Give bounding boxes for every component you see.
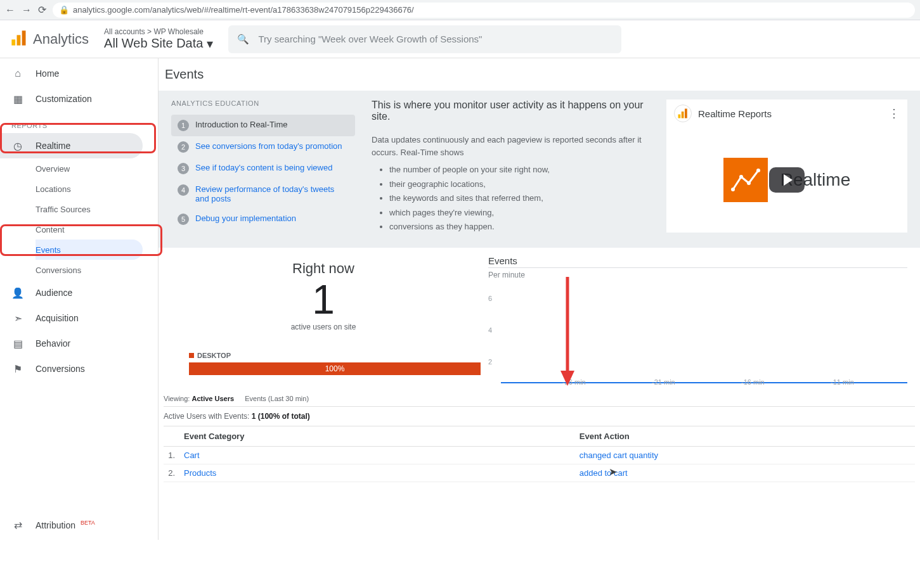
play-icon[interactable]: [769, 167, 805, 193]
edu-step-2[interactable]: 2See conversions from today's promotion: [171, 136, 355, 158]
y-tick: 6: [488, 295, 492, 302]
logo-block[interactable]: Analytics: [10, 29, 89, 49]
sub-traffic[interactable]: Traffic Sources: [36, 199, 143, 219]
y-tick: 4: [488, 326, 492, 334]
edu-step-4[interactable]: 4Review performance of today's tweets an…: [171, 179, 355, 208]
behavior-icon: ▤: [11, 338, 24, 350]
sub-conversions[interactable]: Conversions: [36, 260, 143, 280]
nav-label: Behavior: [36, 338, 70, 348]
nav-label: Realtime: [36, 141, 70, 151]
nav-conversions[interactable]: ⚑ Conversions: [0, 356, 158, 381]
clock-icon: ◷: [11, 140, 24, 152]
y-tick: 2: [488, 358, 492, 366]
edu-step-label: Review performance of today's tweets and…: [195, 184, 349, 203]
col-event-action[interactable]: Event Action: [577, 426, 915, 447]
table-row[interactable]: 2. Products added to cart: [164, 464, 915, 482]
edu-bullet: the keywords and sites that referred the…: [389, 192, 651, 205]
svg-rect-5: [685, 109, 687, 118]
events-table: Event Category Event Action 1. Cart chan…: [164, 426, 915, 482]
viewing-label: Viewing:: [164, 395, 190, 402]
svg-point-9: [756, 169, 760, 172]
video-channel-icon: [674, 105, 692, 122]
sub-locations[interactable]: Locations: [36, 179, 143, 199]
edu-step-5[interactable]: 5Debug your implementation: [171, 208, 355, 230]
reload-icon[interactable]: ⟳: [38, 4, 46, 16]
step-number-icon: 1: [178, 120, 189, 131]
back-icon[interactable]: ←: [5, 4, 15, 16]
summary-prefix: Active Users with Events:: [164, 412, 249, 421]
active-user-count: 1: [174, 279, 473, 320]
perminute-label: Per minute: [488, 271, 907, 279]
sub-events[interactable]: Events: [36, 240, 143, 260]
summary-value: 1 (100% of total): [252, 412, 310, 421]
svg-marker-11: [560, 371, 574, 386]
realtime-subitems: Overview Locations Traffic Sources Conte…: [0, 158, 158, 280]
nav-label: Conversions: [36, 364, 85, 374]
view-name: All Web Site Data: [104, 36, 203, 51]
nav-label: Acquisition: [36, 313, 79, 323]
row-index: 2.: [164, 464, 181, 482]
sub-overview[interactable]: Overview: [36, 158, 143, 179]
svg-point-7: [739, 175, 743, 179]
edu-headline: This is where you monitor user activity …: [372, 99, 651, 122]
sidebar: ⌂ Home ▦ Customization REPORTS ◷ Realtim…: [0, 58, 159, 540]
forward-icon[interactable]: →: [22, 4, 32, 16]
tab-active-users[interactable]: Active Users: [191, 395, 234, 402]
cursor-icon: ➤: [609, 466, 617, 478]
events-heading: Events: [488, 255, 907, 268]
svg-rect-1: [17, 35, 21, 45]
nav-home[interactable]: ⌂ Home: [0, 61, 158, 86]
event-action[interactable]: changed cart quantity: [577, 446, 915, 464]
search-icon: 🔍: [237, 34, 249, 45]
edu-bullet: conversions as they happen.: [389, 220, 651, 233]
nav-customization[interactable]: ▦ Customization: [0, 86, 158, 112]
nav-behavior[interactable]: ▤ Behavior: [0, 331, 158, 356]
annotation-arrow-icon: [558, 277, 577, 391]
edu-step-3[interactable]: 3See if today's content is being viewed: [171, 158, 355, 179]
edu-desc: Data updates continuously and each pagev…: [372, 135, 642, 157]
active-users-label: active users on site: [174, 323, 473, 331]
url-bar[interactable]: 🔒 analytics.google.com/analytics/web/#/r…: [53, 3, 915, 18]
svg-point-6: [731, 188, 735, 191]
nav-label: Customization: [36, 94, 92, 104]
acquisition-icon: ➣: [11, 312, 24, 324]
account-selector[interactable]: All accounts > WP Wholesale All Web Site…: [104, 27, 213, 51]
edu-video[interactable]: Realtime Reports ⋮ Realtime: [666, 99, 907, 233]
kebab-menu-icon[interactable]: ⋮: [888, 106, 900, 120]
edu-heading: ANALYTICS EDUCATION: [171, 99, 355, 107]
nav-attribution[interactable]: ⇄ Attribution BETA: [0, 512, 158, 537]
nav-label: Home: [36, 68, 59, 79]
desktop-label: DESKTOP: [197, 352, 231, 359]
svg-rect-2: [22, 30, 26, 45]
nav-label: Attribution: [36, 520, 75, 530]
event-category[interactable]: Cart: [181, 446, 577, 464]
event-action[interactable]: added to cart: [577, 464, 915, 482]
url-text: analytics.google.com/analytics/web/#/rea…: [73, 5, 414, 15]
main-content: Events ANALYTICS EDUCATION 1Introduction…: [159, 58, 920, 540]
analytics-logo-icon: [10, 29, 28, 49]
events-chart: 6 4 2 -26 min -21 min -16 min -11 min: [488, 283, 907, 391]
sub-content[interactable]: Content: [36, 219, 143, 240]
search-bar[interactable]: 🔍 Try searching "Week over Week Growth o…: [228, 25, 621, 53]
video-thumbnail-icon: [723, 158, 768, 202]
edu-step-1[interactable]: 1Introduction to Real-Time: [171, 115, 355, 136]
nav-audience[interactable]: 👤 Audience: [0, 280, 158, 305]
desktop-bar: 100%: [189, 362, 481, 375]
reports-section-label: REPORTS: [0, 112, 158, 133]
nav-acquisition[interactable]: ➣ Acquisition: [0, 305, 158, 331]
attribution-icon: ⇄: [11, 519, 24, 531]
person-icon: 👤: [11, 287, 24, 299]
svg-rect-4: [682, 112, 684, 118]
beta-badge: BETA: [81, 520, 95, 526]
video-title: Realtime Reports: [698, 108, 772, 119]
edu-bullet: the number of people on your site right …: [389, 163, 651, 176]
realtime-stats: Right now 1 active users on site DESKTOP…: [159, 250, 920, 391]
row-index: 1.: [164, 446, 181, 464]
customization-icon: ▦: [11, 93, 24, 105]
tab-events-30min[interactable]: Events (Last 30 min): [245, 395, 309, 402]
table-row[interactable]: 1. Cart changed cart quantity: [164, 446, 915, 464]
col-event-category[interactable]: Event Category: [181, 426, 577, 447]
nav-realtime[interactable]: ◷ Realtime: [0, 133, 143, 158]
x-tick: -21 min: [652, 378, 675, 386]
event-category[interactable]: Products: [181, 464, 577, 482]
